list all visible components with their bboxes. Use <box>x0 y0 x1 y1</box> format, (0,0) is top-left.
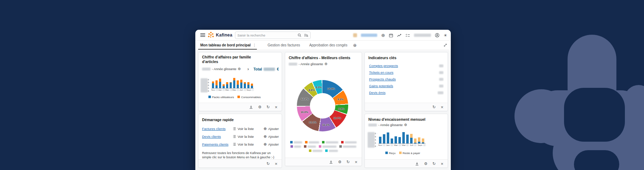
legend-swatch <box>322 141 324 143</box>
bar-segment <box>251 86 253 88</box>
add-tab-icon[interactable]: ⊕ <box>353 43 357 47</box>
menu-hamburger-icon[interactable] <box>200 33 205 37</box>
tab-gestion-des-factures[interactable]: Gestion des factures <box>266 43 301 47</box>
stacked-bar <box>244 82 246 88</box>
card-toolbar: ⚙ ↻ × <box>365 159 448 168</box>
widget-gear-icon[interactable]: ⚙ <box>324 62 328 66</box>
user-profile-icon[interactable] <box>435 33 439 38</box>
activity-trend-icon[interactable] <box>397 33 402 38</box>
card-toolbar: ↻ × <box>199 159 282 168</box>
expand-dashboard-icon[interactable] <box>443 43 447 47</box>
link-factures-clients[interactable]: Factures clients <box>202 127 232 131</box>
quickstart-row: Paiements clients Voir la liste ⊕ Ajoute… <box>202 140 279 148</box>
voir-la-liste-button[interactable]: Voir la liste <box>232 135 258 138</box>
ajouter-button[interactable]: ⊕ Ajouter <box>264 135 279 138</box>
close-widget-icon[interactable]: × <box>441 162 443 166</box>
stacked-bar <box>391 138 393 143</box>
card-title: Démarrage rapide <box>202 118 234 122</box>
link-devis-clients[interactable]: Devis clients <box>202 135 232 138</box>
download-icon[interactable] <box>415 162 419 166</box>
legend-label: Consommables <box>241 96 261 99</box>
x-tick-label: Juil- <box>410 144 418 146</box>
voir-la-liste-button[interactable]: Voir la liste <box>232 142 258 146</box>
stacked-bar <box>418 137 420 143</box>
brand-logo[interactable]: Kafinea <box>208 32 232 38</box>
search-input[interactable] <box>237 33 298 37</box>
search-icon[interactable] <box>298 33 301 37</box>
bar-segment <box>223 86 225 88</box>
card-demarrage-rapide: Démarrage rapide Factures clients Voir l… <box>198 114 282 168</box>
x-tick-label: Nov- <box>378 144 386 146</box>
close-widget-icon[interactable]: × <box>355 160 357 164</box>
refresh-icon[interactable]: ↻ <box>266 105 270 109</box>
x-year-blurred <box>391 144 393 146</box>
voir-la-liste-button[interactable]: Voir la liste <box>232 127 258 131</box>
list-icon <box>232 135 236 138</box>
x-tick-label: Juil- <box>240 89 247 91</box>
global-search <box>235 32 311 39</box>
close-widget-icon[interactable]: × <box>441 105 443 109</box>
link-devis-emis[interactable]: Devis émis <box>369 91 385 95</box>
currency-symbol: € <box>277 67 279 71</box>
close-widget-icon[interactable]: × <box>275 105 277 109</box>
ajouter-button[interactable]: ⊕ Ajouter <box>264 127 279 131</box>
advanced-search-icon[interactable] <box>304 33 308 37</box>
legend-swatch <box>305 141 307 143</box>
card-subtitle: - Année glissante ⚙ <box>202 67 241 71</box>
x-year-blurred <box>252 89 254 91</box>
settings-gear-icon[interactable]: ⚙ <box>338 160 341 164</box>
tab-mon-tableau-de-bord[interactable]: Mon tableau de bord principal <box>199 43 252 47</box>
user-name-blurred <box>414 34 431 37</box>
x-year-blurred <box>406 144 409 146</box>
x-tick-label: Nov- <box>211 89 218 91</box>
settings-gear-icon[interactable]: ⚙ <box>424 162 427 166</box>
widget-gear-icon[interactable]: ⚙ <box>404 123 407 127</box>
collapse-chevron-icon[interactable]: › <box>247 67 249 72</box>
x-year-blurred <box>414 144 416 146</box>
indicator-value-blurred <box>438 91 443 94</box>
tab-options-kebab-icon[interactable]: ⋮ <box>253 43 256 47</box>
donut-legend-item <box>304 145 316 148</box>
refresh-icon[interactable]: ↻ <box>266 162 270 166</box>
download-icon[interactable] <box>249 105 253 109</box>
link-gains-potentiels[interactable]: Gains potentiels <box>369 84 393 88</box>
bar-segment <box>410 134 413 138</box>
settings-gear-icon[interactable]: ⚙ <box>258 105 261 109</box>
link-prospects-chauds[interactable]: Prospects chauds <box>369 77 396 81</box>
refresh-icon[interactable]: ↻ <box>432 162 436 166</box>
bar-segment <box>387 132 389 143</box>
dashboard-tabbar: Mon tableau de bord principal ⋮ Gestion … <box>195 41 451 50</box>
link-comptes-prospects[interactable]: Comptes prospects <box>369 64 398 68</box>
link-tickets-en-cours[interactable]: Tickets en cours <box>369 70 393 74</box>
donut-slice-label: 10.7% <box>333 117 341 120</box>
account-link-blurred[interactable] <box>361 34 377 37</box>
widget-gear-icon[interactable]: ⚙ <box>238 67 241 71</box>
donut-legend-item <box>322 141 338 143</box>
refresh-icon[interactable]: ↻ <box>432 105 436 109</box>
stacked-bar <box>215 80 218 88</box>
download-icon[interactable] <box>329 160 333 164</box>
quick-add-icon[interactable]: ⊕ <box>381 33 385 38</box>
bar-segment <box>418 142 420 143</box>
link-paiements-clients[interactable]: Paiements clients <box>202 142 232 146</box>
indicator-row: Gains potentiels <box>368 83 444 89</box>
donut-legend-item <box>291 145 301 148</box>
x-year-blurred <box>223 89 225 91</box>
bar-segment <box>406 135 409 143</box>
close-widget-icon[interactable]: × <box>275 162 277 166</box>
refresh-icon[interactable]: ↻ <box>346 160 350 164</box>
legend-label-blurred <box>326 141 338 143</box>
tasks-checklist-icon[interactable] <box>406 33 410 38</box>
x-year-blurred <box>244 89 246 91</box>
chart-legend: Packs utilisateurs Consommables <box>208 96 261 99</box>
bar-chart-ca-famille: € -€ -€ -€ -€ - Nov-Jan-Mar-Mai-Juil-Sep… <box>201 77 254 91</box>
theme-sun-icon[interactable]: ☀ <box>443 33 447 38</box>
y-axis: € -€ -€ -€ -€ - <box>201 80 211 91</box>
tab-approbation-des-conges[interactable]: Approbation des congés <box>308 43 349 47</box>
indicator-value-blurred <box>439 78 443 81</box>
ajouter-button[interactable]: ⊕ Ajouter <box>264 142 279 146</box>
entity-name-blurred <box>289 63 297 66</box>
legend-label: Reçu <box>389 152 396 155</box>
calendar-icon[interactable] <box>389 33 393 38</box>
donut-legend-item <box>319 145 337 148</box>
